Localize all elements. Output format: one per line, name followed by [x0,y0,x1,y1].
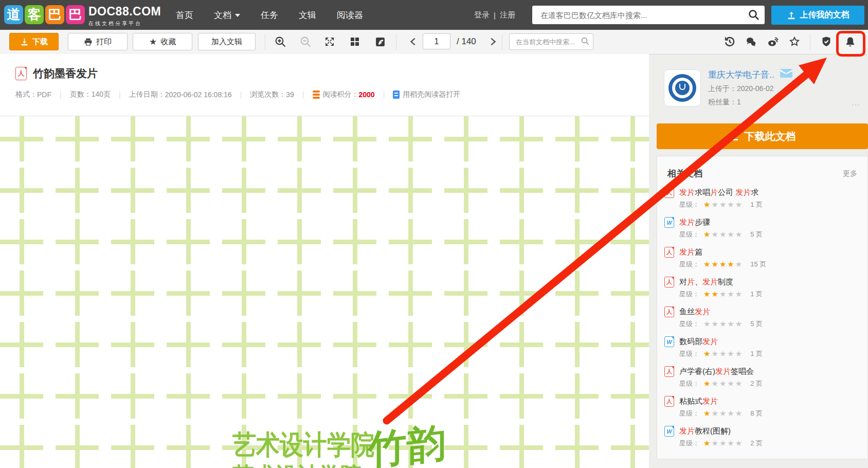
related-doc-rating: 星级：★★★★★5 页 [679,319,763,329]
star-icon: ★ [735,230,743,239]
related-doc-title[interactable]: 发片步骤 [679,218,710,227]
related-doc-title[interactable]: 发片教程(图解) [679,426,731,436]
qq-chat-icon[interactable] [744,34,758,49]
zoom-out-icon[interactable] [298,34,313,49]
site-logo[interactable]: 道客巴巴 [4,5,85,24]
meta-value[interactable]: 用稻壳阅读器打开 [403,90,460,99]
related-doc-rating: 星级：★★★★★15 页 [679,260,766,269]
nav-home[interactable]: 首页 [176,9,193,21]
related-doc-title[interactable]: 对片、发片制度 [679,277,733,287]
logo-tile: 巴 [66,5,85,24]
related-doc-item[interactable]: W发片步骤星级：★★★★★5 页 [664,214,860,244]
star-icon: ★ [719,260,727,268]
related-doc-title[interactable]: 发片求唱片公司 发片求 [679,188,758,197]
star-icon: ★ [727,230,735,239]
thumbnails-grid-icon[interactable] [348,34,362,49]
grid-cross-bar [186,219,191,264]
search-icon[interactable] [747,9,761,22]
add-to-collection-button[interactable]: 加入文辑 [198,33,256,50]
related-doc-item[interactable]: 人发片篇星级：★★★★★15 页 [664,244,860,274]
grid-cross-bar [464,116,468,161]
document-preview[interactable]: 艺术设计学院 竹韵 艺术设计学院 [0,116,649,468]
grid-cross-bar [353,322,357,367]
related-more-link[interactable]: 更多 [843,169,857,178]
star-icon: ★ [703,260,711,268]
meta-value: 140页 [92,90,111,99]
auth-links: 登录 | 注册 [474,0,515,30]
site-search-input[interactable] [539,6,742,24]
related-doc-title[interactable]: 发片篇 [679,247,702,257]
star-icon: ★ [727,260,735,268]
download-this-document-button[interactable]: 下载此文档 [657,123,868,149]
related-doc-title[interactable]: 粘贴式发片 [679,397,718,406]
grid-cross-bar [186,322,191,367]
zoom-in-icon[interactable] [273,34,287,49]
register-link[interactable]: 注册 [500,10,515,20]
meta-value: 39 [286,91,294,99]
logo-tile: 巴 [45,5,64,24]
download-button[interactable]: 下载 [9,33,59,50]
print-button[interactable]: 打印 [68,33,128,50]
grid-cross-bar [575,116,580,161]
nav-tasks[interactable]: 任务 [261,9,278,21]
grid-cross-bar [519,116,524,161]
related-doc-item[interactable]: 人发片求唱片公司 发片求星级：★★★★★1 页 [664,184,860,214]
star-icon: ★ [735,349,743,358]
star-icon: ★ [735,439,743,447]
favorite-button[interactable]: ★ 收藏 [133,33,192,50]
grid-cross-bar [20,219,24,264]
prev-page-icon[interactable] [406,34,421,49]
upload-date: 上传于：2020-06-02 [708,84,774,94]
grid-cross-bar [75,271,80,316]
related-doc-item[interactable]: 人对片、发片制度星级：★★★★★1 页 [664,274,860,303]
annotate-icon[interactable] [373,34,387,49]
star-icon: ★ [719,379,727,388]
page-total: / 140 [457,37,476,47]
watermark-text: 艺术设计学院 [232,427,374,463]
grid-cross-bar [242,271,246,316]
nav-collections[interactable]: 文辑 [299,9,316,21]
related-doc-item[interactable]: 人卢学睿(右)发片签唱会星级：★★★★★2 页 [664,363,860,393]
next-page-icon[interactable] [485,34,500,49]
related-doc-title[interactable]: 卢学睿(右)发片签唱会 [679,367,754,376]
related-doc-item[interactable]: W发片教程(图解)星级：★★★★★2 页 [664,423,860,453]
download-icon [20,38,29,46]
login-link[interactable]: 登录 [474,10,490,20]
nav-reader[interactable]: 阅读器 [337,9,363,21]
grid-cross-bar [297,322,302,367]
grid-cross-bar [630,168,635,213]
grid-cross-bar [186,373,191,419]
grid-cross-bar [297,271,302,316]
star-icon: ★ [711,409,719,418]
toolbar-divider [810,34,810,50]
page-count: 15 页 [750,260,766,269]
weibo-icon[interactable] [766,34,780,49]
uploader-name-link[interactable]: 重庆大学电子音.. [708,69,774,81]
in-document-search-input[interactable] [515,34,578,49]
history-icon[interactable] [722,34,737,49]
related-doc-title[interactable]: 鱼丝发片 [679,307,710,317]
star-icon: ★ [735,200,743,209]
verified-shield-icon[interactable] [819,34,834,49]
related-doc-item[interactable]: 人粘贴式发片星级：★★★★★8 页 [664,393,860,423]
upload-my-docs-button[interactable]: 上传我的文档 [771,6,864,25]
fullscreen-icon[interactable] [322,34,337,49]
grid-cross-bar [20,116,24,161]
uploader-more[interactable]: ... [852,99,861,107]
doc-search-icon[interactable] [580,37,590,47]
related-doc-title[interactable]: 数码部发片 [679,337,718,347]
mail-icon[interactable] [780,69,792,78]
uploader-avatar[interactable] [664,70,700,106]
grid-cross-bar [575,219,580,264]
meta-label: 页数： [70,90,92,99]
star-icon: ★ [703,230,711,239]
grid-cross-bar [630,116,635,161]
site-identity[interactable]: DOC88.COM 在线文档分享平台 [88,5,161,27]
related-doc-item[interactable]: W数码部发片星级：★★★★★1 页 [664,333,860,363]
related-doc-item[interactable]: 人鱼丝发片星级：★★★★★5 页 [664,303,860,333]
nav-docs[interactable]: 文档 [214,9,240,21]
rate-star-icon[interactable] [787,34,802,49]
grid-cross-bar [297,116,302,161]
meta-value: 2020-06-02 16:08:16 [165,91,232,99]
page-number-input[interactable] [423,33,450,49]
